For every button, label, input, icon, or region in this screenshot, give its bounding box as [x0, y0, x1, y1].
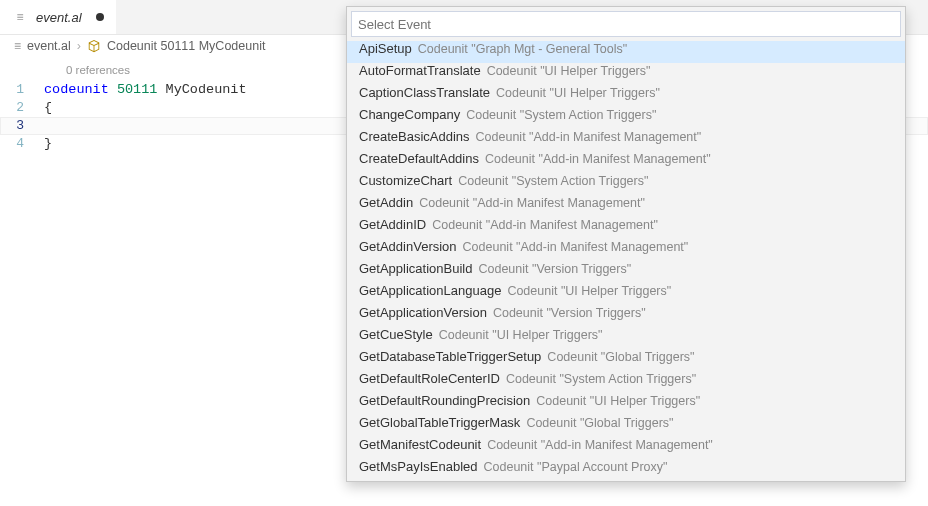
quick-open-item[interactable]: GetDatabaseTableTriggerSetupCodeunit "Gl… [347, 349, 905, 371]
quick-open-item-detail: Codeunit "Add-in Manifest Management" [476, 130, 702, 144]
quick-open-item-name: CustomizeChart [359, 173, 452, 188]
quick-open-item[interactable]: GetAddinIDCodeunit "Add-in Manifest Mana… [347, 217, 905, 239]
tab-title: event.al [36, 10, 82, 25]
quick-open-item-name: GetApplicationBuild [359, 261, 472, 276]
quick-open-item[interactable]: GetApplicationLanguageCodeunit "UI Helpe… [347, 283, 905, 305]
editor-tab[interactable]: ≡ event.al [0, 0, 116, 34]
quick-open-input[interactable] [351, 11, 901, 37]
quick-open-item-name: AutoFormatTranslate [359, 63, 481, 78]
quick-open-item-name: GetAddinVersion [359, 239, 457, 254]
quick-open-item-detail: Codeunit "Add-in Manifest Management" [432, 218, 658, 232]
quick-open-item-name: GetCueStyle [359, 327, 433, 342]
code-content[interactable]: } [44, 135, 52, 153]
tab-dirty-indicator [96, 13, 104, 21]
quick-open-item-name: GetMsPayIsEnabled [359, 459, 478, 474]
quick-open-item-name: GetDefaultRoundingPrecision [359, 393, 530, 408]
quick-open-item[interactable]: ChangeCompanyCodeunit "System Action Tri… [347, 107, 905, 129]
quick-open-item[interactable]: GetAddinVersionCodeunit "Add-in Manifest… [347, 239, 905, 261]
quick-open-item-name: ApiSetup [359, 41, 412, 56]
quick-open-item[interactable]: GetDefaultRoleCenterIDCodeunit "System A… [347, 371, 905, 393]
quick-open-item-name: GetDefaultRoleCenterID [359, 371, 500, 386]
quick-open-item[interactable]: GetDefaultRoundingPrecisionCodeunit "UI … [347, 393, 905, 415]
breadcrumb-symbol[interactable]: Codeunit 50111 MyCodeunit [107, 39, 265, 53]
quick-open-item-name: CreateDefaultAddins [359, 151, 479, 166]
quick-open: ApiSetupCodeunit "Graph Mgt - General To… [346, 6, 906, 482]
code-content[interactable]: codeunit 50111 MyCodeunit [44, 81, 247, 99]
quick-open-item-name: GetAddin [359, 195, 413, 210]
quick-open-item-detail: Codeunit "Graph Mgt - General Tools" [418, 42, 627, 56]
quick-open-item[interactable]: GetApplicationVersionCodeunit "Version T… [347, 305, 905, 327]
cube-icon [87, 39, 101, 53]
quick-open-item-detail: Codeunit "System Action Triggers" [466, 108, 656, 122]
quick-open-item[interactable]: ApiSetupCodeunit "Graph Mgt - General To… [347, 41, 905, 63]
quick-open-item-detail: Codeunit "UI Helper Triggers" [536, 394, 700, 408]
quick-open-item-detail: Codeunit "UI Helper Triggers" [507, 284, 671, 298]
quick-open-item[interactable]: GetGlobalTableTriggerMaskCodeunit "Globa… [347, 415, 905, 437]
quick-open-item-name: GetDatabaseTableTriggerSetup [359, 349, 541, 364]
quick-open-item[interactable]: AutoFormatTranslateCodeunit "UI Helper T… [347, 63, 905, 85]
quick-open-item[interactable]: GetMsPayIsEnabledCodeunit "Paypal Accoun… [347, 459, 905, 481]
quick-open-item[interactable]: GetApplicationBuildCodeunit "Version Tri… [347, 261, 905, 283]
quick-open-item-name: CreateBasicAddins [359, 129, 470, 144]
quick-open-item[interactable]: CaptionClassTranslateCodeunit "UI Helper… [347, 85, 905, 107]
quick-open-item-detail: Codeunit "Add-in Manifest Management" [487, 438, 713, 452]
line-number: 4 [0, 135, 44, 153]
quick-open-item[interactable]: CustomizeChartCodeunit "System Action Tr… [347, 173, 905, 195]
quick-open-item-detail: Codeunit "Paypal Account Proxy" [484, 460, 668, 474]
quick-open-item-detail: Codeunit "System Action Triggers" [458, 174, 648, 188]
quick-open-item-name: GetAddinID [359, 217, 426, 232]
quick-open-item[interactable]: GetManifestCodeunitCodeunit "Add-in Mani… [347, 437, 905, 459]
breadcrumb-file[interactable]: event.al [27, 39, 71, 53]
al-file-icon: ≡ [12, 9, 28, 25]
quick-open-item-detail: Codeunit "Version Triggers" [493, 306, 646, 320]
quick-open-item[interactable]: GetCueStyleCodeunit "UI Helper Triggers" [347, 327, 905, 349]
quick-open-input-wrap [347, 7, 905, 41]
quick-open-item-name: ChangeCompany [359, 107, 460, 122]
quick-open-item-detail: Codeunit "System Action Triggers" [506, 372, 696, 386]
quick-open-item-detail: Codeunit "Global Triggers" [526, 416, 673, 430]
quick-open-item-name: GetApplicationLanguage [359, 283, 501, 298]
quick-open-item-name: GetGlobalTableTriggerMask [359, 415, 520, 430]
code-content[interactable] [44, 117, 76, 135]
quick-open-item[interactable]: CreateDefaultAddinsCodeunit "Add-in Mani… [347, 151, 905, 173]
quick-open-item-detail: Codeunit "Add-in Manifest Management" [485, 152, 711, 166]
quick-open-item-detail: Codeunit "Global Triggers" [547, 350, 694, 364]
al-file-icon: ≡ [14, 39, 21, 53]
quick-open-item-name: GetApplicationVersion [359, 305, 487, 320]
quick-open-item[interactable]: GetAddinCodeunit "Add-in Manifest Manage… [347, 195, 905, 217]
line-number: 1 [0, 81, 44, 99]
quick-open-item-name: CaptionClassTranslate [359, 85, 490, 100]
chevron-right-icon: › [77, 39, 81, 53]
quick-open-item-detail: Codeunit "UI Helper Triggers" [496, 86, 660, 100]
quick-open-item-detail: Codeunit "UI Helper Triggers" [439, 328, 603, 342]
quick-open-item-detail: Codeunit "Add-in Manifest Management" [419, 196, 645, 210]
line-number: 3 [0, 117, 44, 135]
quick-open-list[interactable]: ApiSetupCodeunit "Graph Mgt - General To… [347, 41, 905, 481]
quick-open-item-name: GetManifestCodeunit [359, 437, 481, 452]
line-number: 2 [0, 99, 44, 117]
code-content[interactable]: { [44, 99, 52, 117]
quick-open-item-detail: Codeunit "Version Triggers" [478, 262, 631, 276]
quick-open-item[interactable]: CreateBasicAddinsCodeunit "Add-in Manife… [347, 129, 905, 151]
quick-open-item-detail: Codeunit "UI Helper Triggers" [487, 64, 651, 78]
quick-open-item-detail: Codeunit "Add-in Manifest Management" [463, 240, 689, 254]
